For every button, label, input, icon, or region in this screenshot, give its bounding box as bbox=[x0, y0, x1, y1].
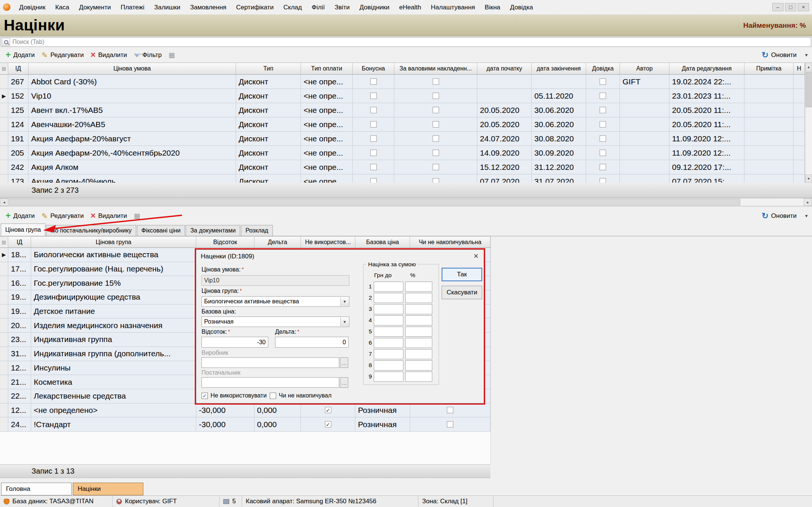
supplier-input[interactable] bbox=[201, 377, 339, 388]
not-cumulative-checkbox[interactable] bbox=[270, 393, 276, 399]
checkbox-ref[interactable] bbox=[600, 150, 606, 156]
table-row[interactable]: 267Abbot Card (-30%)Дисконт<не опре...GI… bbox=[0, 75, 805, 89]
checkbox-cumul[interactable] bbox=[447, 421, 453, 428]
table-row[interactable]: 12...<не определено>-30,0000,000✓Розничн… bbox=[0, 404, 490, 418]
column-header-ref[interactable]: Довідка bbox=[586, 63, 620, 74]
surcharge-amount-input[interactable] bbox=[374, 293, 403, 303]
base-price-select[interactable]: Розничная ▾ bbox=[201, 316, 349, 327]
checkbox-gross[interactable] bbox=[433, 121, 439, 128]
column-header-id[interactable]: ІД bbox=[8, 63, 29, 74]
menu-item-8[interactable]: Філії bbox=[307, 0, 330, 15]
surcharge-amount-input[interactable] bbox=[374, 349, 403, 359]
checkbox-bonus[interactable] bbox=[370, 164, 377, 170]
menu-item-3[interactable]: Платежі bbox=[116, 0, 149, 15]
scroll-right-icon[interactable]: ▸ bbox=[804, 198, 812, 206]
hscrollbar-thumb[interactable] bbox=[9, 199, 740, 206]
menu-item-0[interactable]: Довідник bbox=[14, 0, 50, 15]
column-header-unused[interactable]: Не використов... bbox=[301, 237, 355, 248]
document-tab-0[interactable]: Головна bbox=[1, 483, 72, 495]
not-use-checkbox[interactable]: ✓ bbox=[201, 393, 208, 399]
column-header-bonus[interactable]: Бонусна bbox=[353, 63, 394, 74]
table-row[interactable]: ▶152Vip10Дисконт<не опре...05.11.202023.… bbox=[0, 89, 805, 103]
price-group-select[interactable]: Биологически активные вещества ▾ bbox=[201, 296, 349, 307]
column-header-author[interactable]: Автор bbox=[620, 63, 669, 74]
table-row[interactable]: 191Акция Авефарм-20%августДисконт<не опр… bbox=[0, 132, 805, 146]
surcharge-amount-input[interactable] bbox=[374, 304, 403, 314]
table-row[interactable]: 242Акция АлкомДисконт<не опре...15.12.20… bbox=[0, 160, 805, 174]
detail-add-button[interactable]: + Додати bbox=[2, 210, 38, 222]
table-corner-icon[interactable]: ▤ bbox=[0, 63, 8, 74]
toolbar-overflow-icon[interactable]: ▾ bbox=[803, 213, 810, 219]
toolbar-overflow-icon[interactable]: ▾ bbox=[803, 52, 810, 58]
dialog-close-icon[interactable]: × bbox=[474, 251, 478, 261]
horizontal-scrollbar[interactable]: ◂ ▸ bbox=[0, 198, 812, 206]
surcharge-percent-input[interactable] bbox=[405, 327, 432, 337]
scrollbar-thumb[interactable] bbox=[806, 72, 812, 107]
checkbox-ref[interactable] bbox=[600, 93, 606, 99]
menu-item-4[interactable]: Залишки bbox=[149, 0, 185, 15]
column-header-note[interactable]: Примітка bbox=[744, 63, 794, 74]
checkbox-cumul[interactable] bbox=[447, 407, 453, 413]
edit-button[interactable]: ✎ Редагувати bbox=[38, 50, 87, 61]
column-header-gross[interactable]: За валовими накладенн... bbox=[394, 63, 477, 74]
table-row[interactable]: 24...!Стандарт-30,0000,000✓Розничная bbox=[0, 417, 490, 432]
checkbox-ref[interactable] bbox=[600, 78, 606, 85]
delete-button[interactable]: × Видалити bbox=[87, 50, 130, 61]
column-header-base[interactable]: Базова ціна bbox=[355, 237, 410, 248]
menu-item-12[interactable]: Налаштування bbox=[426, 0, 480, 15]
refresh-button[interactable]: ↻ Оновити bbox=[758, 50, 800, 61]
percent-input[interactable]: -30 bbox=[201, 337, 268, 348]
column-header-name[interactable]: Цінова умова bbox=[29, 63, 236, 74]
checkbox-ref[interactable] bbox=[600, 121, 606, 128]
restore-icon[interactable]: □ bbox=[785, 3, 796, 11]
scroll-up-icon[interactable]: ▴ bbox=[805, 63, 812, 71]
surcharge-percent-input[interactable] bbox=[405, 360, 432, 370]
dropdown-icon[interactable]: ▾ bbox=[340, 317, 349, 326]
surcharge-amount-input[interactable] bbox=[374, 360, 403, 370]
column-header-cumul[interactable]: Чи не накопичувальна bbox=[410, 237, 490, 248]
dropdown-icon[interactable]: ▾ bbox=[340, 297, 349, 306]
checkbox-ref[interactable] bbox=[600, 178, 606, 183]
checkbox-gross[interactable] bbox=[433, 93, 439, 99]
checkbox-bonus[interactable] bbox=[370, 107, 377, 113]
surcharge-percent-input[interactable] bbox=[405, 282, 432, 292]
surcharge-percent-input[interactable] bbox=[405, 304, 432, 314]
table-row[interactable]: 125Авент вкл.-17%АВ5Дисконт<не опре...20… bbox=[0, 103, 805, 117]
surcharge-percent-input[interactable] bbox=[405, 372, 432, 382]
checkbox-gross[interactable] bbox=[433, 107, 439, 113]
close-icon[interactable]: × bbox=[798, 3, 809, 11]
column-header-pay[interactable]: Тип оплати bbox=[301, 63, 353, 74]
checkbox-bonus[interactable] bbox=[370, 178, 377, 183]
producer-browse-button[interactable]: … bbox=[340, 357, 348, 368]
column-header-id[interactable]: ІД bbox=[8, 237, 31, 248]
checkbox-unused[interactable]: ✓ bbox=[325, 421, 331, 428]
surcharge-amount-input[interactable] bbox=[374, 338, 403, 348]
scroll-left-icon[interactable]: ◂ bbox=[0, 198, 8, 206]
surcharge-percent-input[interactable] bbox=[405, 349, 432, 359]
supplier-browse-button[interactable]: … bbox=[340, 377, 348, 388]
table-corner-icon[interactable]: ▤ bbox=[0, 237, 8, 248]
checkbox-ref[interactable] bbox=[600, 107, 606, 113]
menu-item-9[interactable]: Звіти bbox=[330, 0, 355, 15]
surcharge-amount-input[interactable] bbox=[374, 315, 403, 326]
column-header-end[interactable]: дата закінчення bbox=[532, 63, 586, 74]
column-header-edited[interactable]: Дата редагування bbox=[669, 63, 744, 74]
price-condition-input[interactable]: Vip10 bbox=[201, 275, 349, 286]
table-row[interactable]: 124Авенчашки-20%АВ5Дисконт<не опре...20.… bbox=[0, 117, 805, 132]
surcharge-amount-input[interactable] bbox=[374, 372, 403, 382]
detail-refresh-button[interactable]: ↻ Оновити bbox=[758, 210, 800, 222]
menu-item-2[interactable]: Документи bbox=[74, 0, 116, 15]
surcharge-percent-input[interactable] bbox=[405, 315, 432, 326]
checkbox-gross[interactable] bbox=[433, 150, 439, 156]
delta-input[interactable]: 0 bbox=[275, 337, 349, 348]
column-header-type[interactable]: Тип bbox=[236, 63, 301, 74]
column-header-group[interactable]: Цінова група bbox=[31, 237, 196, 248]
surcharge-percent-input[interactable] bbox=[405, 293, 432, 303]
menu-item-7[interactable]: Склад bbox=[278, 0, 307, 15]
checkbox-ref[interactable] bbox=[600, 135, 606, 142]
checkbox-unused[interactable]: ✓ bbox=[325, 407, 331, 413]
surcharge-percent-input[interactable] bbox=[405, 338, 432, 348]
menu-item-10[interactable]: Довідники bbox=[355, 0, 394, 15]
menu-item-5[interactable]: Замовлення bbox=[185, 0, 231, 15]
columns-button[interactable]: ▦ bbox=[165, 50, 178, 61]
